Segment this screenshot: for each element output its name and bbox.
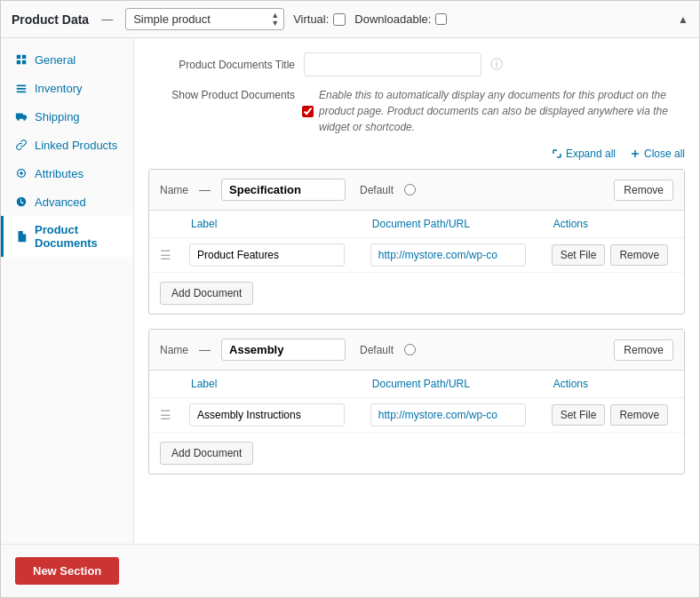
url-cell-2 — [363, 398, 545, 433]
show-docs-row: Show Product Documents Enable this to au… — [148, 87, 685, 135]
url-cell-1 — [363, 238, 545, 273]
remove-doc-btn-2[interactable]: Remove — [610, 404, 668, 426]
drag-handle-cell-2: ☰ — [149, 398, 182, 433]
inventory-icon — [14, 81, 28, 95]
sidebar-item-inventory[interactable]: Inventory — [1, 74, 133, 102]
help-icon[interactable]: ⓘ — [490, 57, 503, 73]
col-url-2: Document Path/URL — [363, 371, 545, 398]
sidebar-item-attributes-label: Attributes — [35, 167, 84, 180]
set-file-btn-2[interactable]: Set File — [552, 404, 606, 426]
virtual-option: Virtual: — [293, 12, 346, 26]
collapse-icon[interactable]: ▲ — [678, 13, 688, 26]
expand-close-row: Expand all Close all — [148, 148, 685, 160]
table-row: ☰ Set File Remove — [149, 238, 684, 273]
downloadable-option: Downloadable: — [354, 12, 447, 26]
content-area: Product Documents Title ⓘ Show Product D… — [134, 38, 699, 544]
sidebar-item-general-label: General — [35, 53, 76, 67]
add-document-btn-1[interactable]: Add Document — [160, 282, 253, 305]
close-all-label: Close all — [644, 148, 685, 160]
add-doc-row-2: Add Document — [149, 433, 684, 474]
section-name-dash-2: — — [199, 343, 211, 356]
svg-rect-3 — [22, 60, 26, 64]
drag-handle-cell-1: ☰ — [149, 238, 182, 273]
section-specification-remove-btn[interactable]: Remove — [614, 179, 673, 201]
col-drag — [149, 211, 182, 238]
expand-all-label: Expand all — [566, 148, 616, 160]
sidebar-item-shipping-label: Shipping — [35, 110, 80, 124]
col-actions-1: Actions — [545, 211, 684, 238]
main-layout: General Inventory Shipping Linked Produc… — [1, 38, 699, 544]
doc-label-input-2[interactable] — [189, 403, 345, 427]
virtual-checkbox[interactable] — [333, 13, 346, 26]
col-drag-2 — [149, 371, 182, 398]
product-type-wrapper: Simple product Variable product Grouped … — [125, 8, 284, 30]
sidebar-item-product-documents[interactable]: Product Documents — [1, 216, 133, 257]
expand-all-link[interactable]: Expand all — [552, 148, 616, 160]
show-docs-description: Enable this to automatically display any… — [319, 87, 685, 135]
section-default-radio-1[interactable] — [404, 184, 416, 195]
sidebar-item-product-documents-label: Product Documents — [35, 223, 123, 250]
table-row: ☰ Set File Remove — [149, 398, 684, 433]
label-cell-2 — [182, 398, 363, 433]
general-icon — [14, 52, 28, 67]
documents-title-input[interactable] — [304, 52, 481, 76]
section-name-label-2: Name — [160, 344, 188, 356]
product-documents-icon — [14, 229, 28, 243]
svg-rect-1 — [22, 55, 26, 59]
col-label-2: Label — [182, 371, 363, 398]
add-document-btn-2[interactable]: Add Document — [160, 442, 253, 465]
drag-handle-icon-1[interactable]: ☰ — [156, 248, 175, 262]
sidebar-item-linked-products[interactable]: Linked Products — [1, 131, 133, 159]
sidebar-item-shipping[interactable]: Shipping — [1, 102, 133, 131]
section-name-label-1: Name — [160, 184, 188, 196]
virtual-label: Virtual: — [293, 12, 329, 26]
sidebar-item-advanced-label: Advanced — [35, 195, 86, 209]
panel-title: Product Data — [12, 12, 89, 27]
show-docs-label: Show Product Documents — [148, 87, 295, 101]
set-file-btn-1[interactable]: Set File — [552, 244, 606, 266]
doc-actions-1: Set File Remove — [552, 244, 677, 266]
section-assembly-remove-btn[interactable]: Remove — [614, 339, 673, 361]
section-default-radio-2[interactable] — [404, 344, 416, 355]
section-assembly-name-input[interactable] — [221, 339, 346, 361]
doc-label-input-1[interactable] — [189, 243, 345, 267]
header-dash: — — [101, 12, 113, 26]
product-type-select[interactable]: Simple product Variable product Grouped … — [125, 8, 284, 30]
shipping-icon — [14, 109, 28, 124]
new-section-button[interactable]: New Section — [15, 557, 119, 585]
doc-table-header-row: Label Document Path/URL Actions — [149, 211, 684, 238]
svg-point-7 — [20, 171, 23, 175]
col-actions-2: Actions — [545, 371, 684, 398]
doc-url-input-1[interactable] — [370, 243, 526, 267]
show-docs-checkbox[interactable] — [302, 106, 314, 117]
section-specification-name-input[interactable] — [221, 179, 346, 201]
linked-products-icon — [14, 138, 28, 152]
section-specification-header: Name — Default Remove — [149, 170, 684, 211]
actions-cell-2: Set File Remove — [545, 398, 684, 433]
downloadable-checkbox[interactable] — [435, 13, 447, 25]
sidebar: General Inventory Shipping Linked Produc… — [1, 38, 134, 544]
doc-actions-2: Set File Remove — [552, 404, 677, 426]
sidebar-item-general[interactable]: General — [1, 45, 133, 74]
doc-url-input-2[interactable] — [370, 403, 526, 427]
section-assembly-header: Name — Default Remove — [149, 330, 684, 371]
section-default-label-2: Default — [360, 344, 394, 356]
sidebar-item-advanced[interactable]: Advanced — [1, 187, 133, 216]
drag-handle-icon-2[interactable]: ☰ — [156, 408, 175, 422]
show-docs-checkbox-row: Enable this to automatically display any… — [302, 87, 685, 135]
sidebar-item-attributes[interactable]: Attributes — [1, 159, 133, 187]
close-all-link[interactable]: Close all — [630, 148, 685, 160]
svg-point-4 — [17, 118, 20, 121]
actions-cell-1: Set File Remove — [545, 238, 684, 273]
section-name-dash-1: — — [199, 183, 211, 196]
attributes-icon — [14, 166, 28, 180]
section-specification: Name — Default Remove Label Document Pat… — [148, 169, 685, 315]
section-assembly-table: Label Document Path/URL Actions ☰ — [149, 371, 684, 433]
panel-header: Product Data — Simple product Variable p… — [1, 1, 699, 38]
section-specification-table: Label Document Path/URL Actions ☰ — [149, 211, 684, 273]
product-data-panel: Product Data — Simple product Variable p… — [0, 0, 700, 598]
downloadable-label: Downloadable: — [354, 12, 431, 26]
show-docs-content: Enable this to automatically display any… — [302, 87, 685, 135]
remove-doc-btn-1[interactable]: Remove — [610, 244, 668, 266]
sidebar-item-inventory-label: Inventory — [35, 82, 82, 95]
